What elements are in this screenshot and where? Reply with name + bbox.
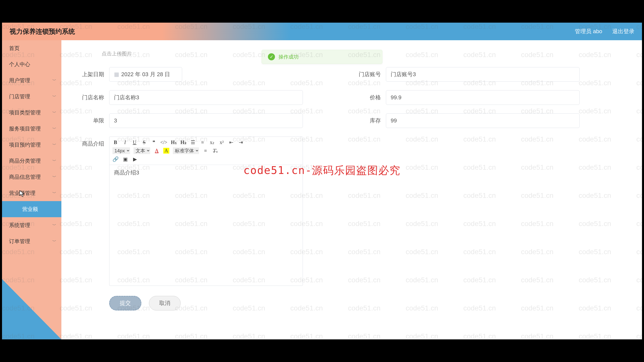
sidebar: 首页 个人中心 用户管理﹀ 门店管理﹀ 项目类型管理﹀ 服务项目管理﹀ 项目预约… (2, 40, 61, 339)
font-family-select[interactable]: 标准字体 (173, 147, 199, 154)
listing-date-value: 2022 年 03 月 28 日 (121, 71, 170, 78)
underline-icon[interactable]: U (132, 140, 138, 145)
rich-text-editor: B I U S ❝ </> H₁ H₂ ☰ ≡ x₂ (109, 137, 303, 286)
code-icon[interactable]: </> (160, 140, 167, 145)
sidebar-item-service-project[interactable]: 服务项目管理﹀ (2, 121, 61, 137)
intro-label: 商品介绍 (76, 137, 109, 148)
app-header: 视力保养连锁预约系统 管理员 abo 退出登录 (2, 23, 642, 40)
sidebar-item-label: 营业额 (22, 206, 38, 212)
editor-content[interactable]: 商品介绍3 (109, 165, 303, 286)
sidebar-item-label: 门店管理 (9, 94, 30, 99)
sidebar-item-product-info[interactable]: 商品信息管理﹀ (2, 169, 61, 185)
success-toast: ✓ 操作成功 (262, 50, 382, 64)
sidebar-item-label: 商品信息管理 (9, 174, 41, 180)
sidebar-item-label: 首页 (9, 45, 20, 51)
link-icon[interactable]: 🔗 (112, 156, 119, 162)
chevron-down-icon: ﹀ (52, 239, 56, 244)
superscript-icon[interactable]: x² (219, 140, 225, 145)
check-circle-icon: ✓ (268, 53, 275, 60)
image-icon[interactable]: ▣ (122, 156, 128, 162)
sidebar-item-revenue-mgmt[interactable]: 营业额管理﹀ (2, 185, 61, 201)
sidebar-item-revenue[interactable]: 营业额 (2, 201, 61, 217)
sidebar-decor (2, 279, 61, 339)
sidebar-item-orders[interactable]: 订单管理﹀ (2, 233, 61, 249)
font-size-select[interactable]: 14px (112, 147, 130, 154)
stock-label: 库存 (353, 117, 386, 124)
subscript-icon[interactable]: x₂ (209, 139, 215, 145)
clear-format-icon[interactable]: T̶ₓ (212, 148, 218, 154)
user-label[interactable]: 管理员 abo (575, 28, 602, 35)
chevron-down-icon: ﹀ (52, 191, 56, 196)
listing-date-input[interactable]: ▦ 2022 年 03 月 28 日 (109, 67, 182, 82)
price-label: 价格 (353, 94, 386, 101)
app-title: 视力保养连锁预约系统 (10, 27, 75, 36)
sidebar-item-home[interactable]: 首页 (2, 40, 61, 56)
store-account-input[interactable] (386, 67, 580, 82)
align-icon[interactable]: ≡ (203, 148, 209, 154)
sidebar-item-label: 服务项目管理 (9, 126, 41, 131)
toast-text: 操作成功 (278, 54, 299, 60)
sidebar-item-label: 系统管理 (9, 222, 30, 228)
h2-icon[interactable]: H₂ (180, 139, 186, 145)
sidebar-item-label: 项目预约管理 (9, 142, 41, 148)
chevron-down-icon: ﹀ (52, 78, 56, 83)
font-color-icon[interactable]: A (154, 148, 160, 154)
sidebar-item-label: 订单管理 (9, 238, 30, 244)
unordered-list-icon[interactable]: ≡ (199, 140, 206, 145)
store-name-label: 门店名称 (76, 94, 109, 101)
content-area: 点击上传图片 上架日期 ▦ 2022 年 03 月 28 日 门店账号 门店名称 (61, 40, 642, 339)
chevron-down-icon: ﹀ (52, 158, 56, 164)
store-account-label: 门店账号 (353, 71, 386, 78)
bold-icon[interactable]: B (112, 140, 118, 145)
single-limit-input[interactable] (109, 113, 303, 128)
listing-date-label: 上架日期 (76, 71, 109, 78)
quote-icon[interactable]: ❝ (151, 139, 157, 145)
chevron-down-icon: ﹀ (52, 126, 56, 131)
calendar-icon: ▦ (114, 71, 119, 78)
chevron-down-icon: ﹀ (52, 110, 56, 115)
sidebar-item-label: 营业额管理 (9, 190, 35, 196)
sidebar-item-label: 项目类型管理 (9, 110, 41, 115)
sidebar-item-label: 用户管理 (9, 77, 30, 83)
ordered-list-icon[interactable]: ☰ (190, 139, 196, 145)
indent-right-icon[interactable]: ⇥ (238, 139, 244, 145)
sidebar-item-product-category[interactable]: 商品分类管理﹀ (2, 153, 61, 169)
logout-link[interactable]: 退出登录 (612, 28, 634, 35)
bg-color-icon[interactable]: A (163, 148, 169, 154)
cancel-button[interactable]: 取消 (149, 296, 181, 310)
chevron-down-icon: ﹀ (52, 174, 56, 180)
italic-icon[interactable]: I (122, 140, 128, 145)
store-name-input[interactable] (109, 90, 303, 105)
submit-button[interactable]: 提交 (109, 296, 141, 310)
sidebar-item-system[interactable]: 系统管理﹀ (2, 217, 61, 233)
single-limit-label: 单限 (76, 117, 109, 124)
editor-toolbar: B I U S ❝ </> H₁ H₂ ☰ ≡ x₂ (109, 137, 303, 165)
strike-icon[interactable]: S (141, 140, 147, 145)
chevron-down-icon: ﹀ (52, 94, 56, 99)
sidebar-item-profile[interactable]: 个人中心 (2, 56, 61, 72)
sidebar-item-label: 商品分类管理 (9, 158, 41, 164)
indent-left-icon[interactable]: ⇤ (228, 139, 234, 145)
stock-input[interactable] (386, 113, 580, 128)
sidebar-item-users[interactable]: 用户管理﹀ (2, 72, 61, 88)
sidebar-item-project-type[interactable]: 项目类型管理﹀ (2, 105, 61, 121)
h1-icon[interactable]: H₁ (171, 139, 177, 145)
chevron-down-icon: ﹀ (52, 223, 56, 228)
text-type-select[interactable]: 文本 (134, 147, 150, 154)
chevron-down-icon: ﹀ (52, 142, 56, 148)
sidebar-item-project-booking[interactable]: 项目预约管理﹀ (2, 137, 61, 153)
price-input[interactable] (386, 90, 580, 105)
sidebar-item-stores[interactable]: 门店管理﹀ (2, 88, 61, 105)
video-icon[interactable]: ▶ (132, 156, 138, 162)
sidebar-item-label: 个人中心 (9, 61, 30, 67)
